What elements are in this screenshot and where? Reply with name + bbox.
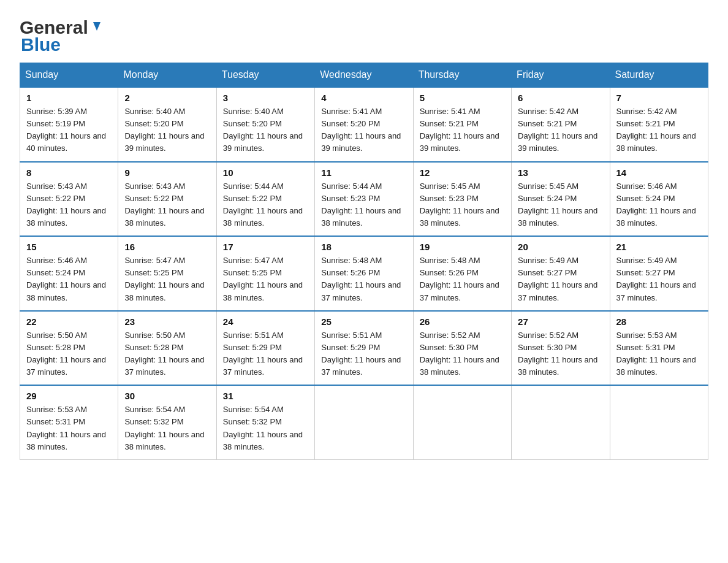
day-number: 30 (124, 391, 210, 401)
day-number: 5 (420, 93, 505, 103)
calendar-cell: 7 Sunrise: 5:42 AM Sunset: 5:21 PM Dayli… (610, 87, 708, 162)
calendar-cell: 28 Sunrise: 5:53 AM Sunset: 5:31 PM Dayl… (610, 311, 708, 386)
calendar-cell: 6 Sunrise: 5:42 AM Sunset: 5:21 PM Dayli… (512, 87, 610, 162)
weekday-header-thursday: Thursday (413, 63, 511, 88)
calendar-cell: 30 Sunrise: 5:54 AM Sunset: 5:32 PM Dayl… (118, 385, 216, 459)
calendar-cell: 3 Sunrise: 5:40 AM Sunset: 5:20 PM Dayli… (216, 87, 314, 162)
calendar-cell: 13 Sunrise: 5:45 AM Sunset: 5:24 PM Dayl… (512, 162, 610, 237)
calendar-cell: 2 Sunrise: 5:40 AM Sunset: 5:20 PM Dayli… (118, 87, 216, 162)
calendar-cell: 18 Sunrise: 5:48 AM Sunset: 5:26 PM Dayl… (315, 236, 413, 311)
calendar-cell: 19 Sunrise: 5:48 AM Sunset: 5:26 PM Dayl… (413, 236, 511, 311)
day-info: Sunrise: 5:52 AM Sunset: 5:30 PM Dayligh… (420, 329, 505, 379)
day-info: Sunrise: 5:42 AM Sunset: 5:21 PM Dayligh… (616, 105, 702, 155)
calendar-cell: 20 Sunrise: 5:49 AM Sunset: 5:27 PM Dayl… (512, 236, 610, 311)
calendar-cell: 29 Sunrise: 5:53 AM Sunset: 5:31 PM Dayl… (20, 385, 118, 459)
day-number: 28 (616, 316, 702, 327)
day-number: 29 (26, 391, 112, 401)
day-info: Sunrise: 5:54 AM Sunset: 5:32 PM Dayligh… (124, 404, 210, 453)
day-info: Sunrise: 5:51 AM Sunset: 5:29 PM Dayligh… (321, 329, 406, 379)
calendar-cell (512, 385, 610, 459)
page-header: General Blue (20, 15, 708, 55)
day-info: Sunrise: 5:53 AM Sunset: 5:31 PM Dayligh… (616, 329, 702, 379)
svg-marker-0 (93, 22, 100, 31)
logo: General Blue (20, 15, 103, 55)
calendar-cell: 15 Sunrise: 5:46 AM Sunset: 5:24 PM Dayl… (20, 236, 118, 311)
day-number: 21 (616, 242, 702, 252)
day-number: 25 (321, 316, 406, 327)
day-info: Sunrise: 5:41 AM Sunset: 5:21 PM Dayligh… (420, 105, 505, 155)
calendar-header-row: SundayMondayTuesdayWednesdayThursdayFrid… (20, 63, 708, 88)
calendar-cell: 17 Sunrise: 5:47 AM Sunset: 5:25 PM Dayl… (216, 236, 314, 311)
day-info: Sunrise: 5:43 AM Sunset: 5:22 PM Dayligh… (124, 180, 210, 230)
day-info: Sunrise: 5:48 AM Sunset: 5:26 PM Dayligh… (420, 255, 505, 304)
day-info: Sunrise: 5:48 AM Sunset: 5:26 PM Dayligh… (321, 255, 406, 304)
day-info: Sunrise: 5:45 AM Sunset: 5:24 PM Dayligh… (518, 180, 603, 230)
day-info: Sunrise: 5:44 AM Sunset: 5:22 PM Dayligh… (223, 180, 308, 230)
calendar-cell: 25 Sunrise: 5:51 AM Sunset: 5:29 PM Dayl… (315, 311, 413, 386)
day-info: Sunrise: 5:49 AM Sunset: 5:27 PM Dayligh… (518, 255, 603, 304)
calendar-cell: 12 Sunrise: 5:45 AM Sunset: 5:23 PM Dayl… (413, 162, 511, 237)
calendar-cell: 1 Sunrise: 5:39 AM Sunset: 5:19 PM Dayli… (20, 87, 118, 162)
calendar-cell: 9 Sunrise: 5:43 AM Sunset: 5:22 PM Dayli… (118, 162, 216, 237)
calendar-cell: 21 Sunrise: 5:49 AM Sunset: 5:27 PM Dayl… (610, 236, 708, 311)
logo-triangle-icon (89, 20, 103, 33)
weekday-header-friday: Friday (512, 63, 610, 88)
day-number: 24 (223, 316, 308, 327)
day-info: Sunrise: 5:43 AM Sunset: 5:22 PM Dayligh… (26, 180, 112, 230)
day-number: 12 (420, 167, 505, 178)
weekday-header-wednesday: Wednesday (315, 63, 413, 88)
day-number: 8 (26, 167, 112, 178)
day-number: 6 (518, 93, 603, 103)
day-info: Sunrise: 5:47 AM Sunset: 5:25 PM Dayligh… (124, 255, 210, 304)
day-number: 9 (124, 167, 210, 178)
day-number: 2 (124, 93, 210, 103)
day-number: 14 (616, 167, 702, 178)
weekday-header-tuesday: Tuesday (216, 63, 314, 88)
day-number: 27 (518, 316, 603, 327)
weekday-header-saturday: Saturday (610, 63, 708, 88)
calendar-cell: 8 Sunrise: 5:43 AM Sunset: 5:22 PM Dayli… (20, 162, 118, 237)
day-info: Sunrise: 5:40 AM Sunset: 5:20 PM Dayligh… (124, 105, 210, 155)
day-number: 13 (518, 167, 603, 178)
weekday-header-sunday: Sunday (20, 63, 118, 88)
calendar-cell: 16 Sunrise: 5:47 AM Sunset: 5:25 PM Dayl… (118, 236, 216, 311)
calendar-cell: 11 Sunrise: 5:44 AM Sunset: 5:23 PM Dayl… (315, 162, 413, 237)
calendar-cell: 10 Sunrise: 5:44 AM Sunset: 5:22 PM Dayl… (216, 162, 314, 237)
day-number: 22 (26, 316, 112, 327)
day-info: Sunrise: 5:44 AM Sunset: 5:23 PM Dayligh… (321, 180, 406, 230)
calendar-week-1: 1 Sunrise: 5:39 AM Sunset: 5:19 PM Dayli… (20, 87, 708, 162)
calendar-cell: 4 Sunrise: 5:41 AM Sunset: 5:20 PM Dayli… (315, 87, 413, 162)
day-info: Sunrise: 5:42 AM Sunset: 5:21 PM Dayligh… (518, 105, 603, 155)
calendar-table: SundayMondayTuesdayWednesdayThursdayFrid… (20, 63, 708, 460)
calendar-cell: 26 Sunrise: 5:52 AM Sunset: 5:30 PM Dayl… (413, 311, 511, 386)
day-info: Sunrise: 5:50 AM Sunset: 5:28 PM Dayligh… (26, 329, 112, 379)
day-number: 20 (518, 242, 603, 252)
calendar-cell: 22 Sunrise: 5:50 AM Sunset: 5:28 PM Dayl… (20, 311, 118, 386)
calendar-week-5: 29 Sunrise: 5:53 AM Sunset: 5:31 PM Dayl… (20, 385, 708, 459)
calendar-cell (413, 385, 511, 459)
day-number: 4 (321, 93, 406, 103)
day-number: 3 (223, 93, 308, 103)
day-number: 1 (26, 93, 112, 103)
day-info: Sunrise: 5:40 AM Sunset: 5:20 PM Dayligh… (223, 105, 308, 155)
day-number: 18 (321, 242, 406, 252)
logo-blue-text: Blue (21, 34, 61, 55)
day-info: Sunrise: 5:46 AM Sunset: 5:24 PM Dayligh… (616, 180, 702, 230)
day-number: 19 (420, 242, 505, 252)
day-number: 31 (223, 391, 308, 401)
calendar-cell: 5 Sunrise: 5:41 AM Sunset: 5:21 PM Dayli… (413, 87, 511, 162)
day-info: Sunrise: 5:39 AM Sunset: 5:19 PM Dayligh… (26, 105, 112, 155)
day-number: 11 (321, 167, 406, 178)
calendar-cell: 31 Sunrise: 5:54 AM Sunset: 5:32 PM Dayl… (216, 385, 314, 459)
day-info: Sunrise: 5:53 AM Sunset: 5:31 PM Dayligh… (26, 404, 112, 453)
day-info: Sunrise: 5:50 AM Sunset: 5:28 PM Dayligh… (124, 329, 210, 379)
day-number: 15 (26, 242, 112, 252)
weekday-header-monday: Monday (118, 63, 216, 88)
day-info: Sunrise: 5:47 AM Sunset: 5:25 PM Dayligh… (223, 255, 308, 304)
day-number: 26 (420, 316, 505, 327)
calendar-week-3: 15 Sunrise: 5:46 AM Sunset: 5:24 PM Dayl… (20, 236, 708, 311)
calendar-week-4: 22 Sunrise: 5:50 AM Sunset: 5:28 PM Dayl… (20, 311, 708, 386)
day-number: 23 (124, 316, 210, 327)
day-info: Sunrise: 5:46 AM Sunset: 5:24 PM Dayligh… (26, 255, 112, 304)
calendar-week-2: 8 Sunrise: 5:43 AM Sunset: 5:22 PM Dayli… (20, 162, 708, 237)
